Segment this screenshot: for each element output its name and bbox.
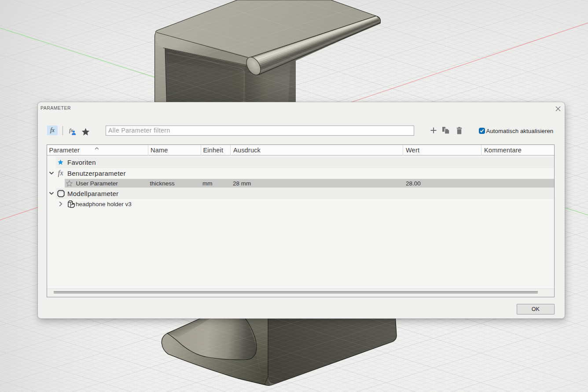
svg-text:fx: fx — [69, 127, 74, 133]
